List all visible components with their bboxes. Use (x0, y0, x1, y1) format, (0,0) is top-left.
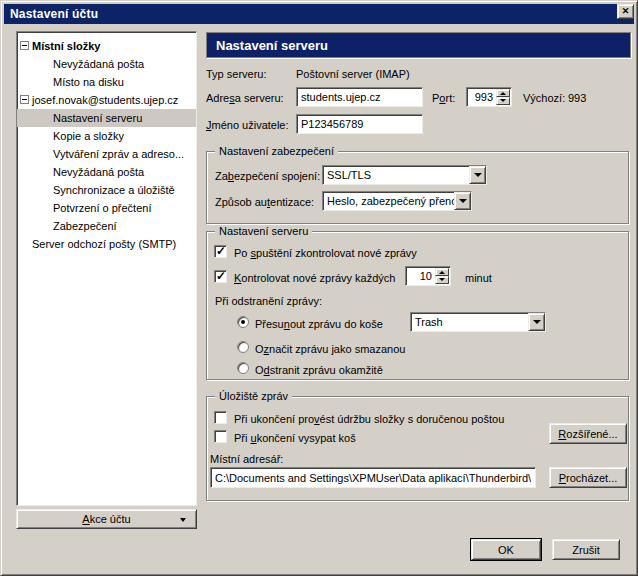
interval-spin-buttons (435, 268, 449, 284)
spinner-down-button[interactable] (496, 97, 510, 105)
tree-collapse-icon[interactable] (20, 95, 29, 104)
server-name-label: Adresa serveru: (206, 91, 284, 105)
check-on-startup-checkbox[interactable] (214, 245, 227, 258)
combo-arrow-button[interactable] (528, 313, 545, 331)
ok-button-label: OK (498, 544, 514, 556)
check-interval-checkbox[interactable] (214, 270, 227, 283)
server-settings-group: Nastavení serveru Po spuštění zkontrolov… (206, 231, 629, 380)
chevron-down-icon (459, 199, 467, 207)
tree-item[interactable]: josef.novak@students.ujep.cz (17, 91, 196, 109)
port-default-value: 993 (568, 91, 586, 105)
cleanup-inbox-label: Při ukončení provést údržbu složky s dor… (234, 412, 504, 426)
tree-item-label: Vytváření zpráv a adreso... (53, 148, 184, 160)
user-name-label: Jméno uživatele: (206, 118, 289, 132)
tree-item-label: Zabezpečení (53, 220, 117, 232)
tree-item-label: Místní složky (32, 40, 100, 52)
mark-deleted-label: Označit zprávu jako smazanou (255, 342, 405, 356)
tree-item-label: Synchronizace a úložiště (53, 184, 175, 196)
combo-arrow-button[interactable] (469, 166, 486, 184)
auth-method-select[interactable]: Heslo, zabezpečený přenos (322, 191, 472, 211)
spinner-down-icon (500, 99, 506, 105)
advanced-button[interactable]: Rozšířené... (549, 423, 627, 444)
tree-item[interactable]: Nevyžádaná pošta (17, 163, 196, 181)
server-group-title: Nastavení serveru (215, 225, 312, 238)
connection-security-value: SSL/TLS (323, 166, 469, 184)
security-settings-group: Nastavení zabezpečení Zabezpečení spojen… (206, 151, 629, 224)
check-interval-suffix: minut (465, 271, 492, 285)
dropdown-arrow-icon (180, 518, 186, 525)
tree-item[interactable]: Místo na disku (17, 73, 196, 91)
message-storage-group: Úložiště zpráv Při ukončení provést údrž… (206, 396, 629, 501)
server-name-input[interactable] (296, 87, 423, 107)
browse-button[interactable]: Procházet... (549, 467, 627, 488)
delete-immediately-label: Odstranit zprávu okamžitě (255, 363, 383, 377)
auth-method-value: Heslo, zabezpečený přenos (323, 192, 454, 210)
combo-arrow-button[interactable] (454, 192, 471, 210)
user-name-input[interactable] (296, 114, 423, 134)
tree-item-label: Kopie a složky (53, 130, 124, 142)
auth-method-label: Způsob autentizace: (215, 195, 314, 209)
panel-header: Nastavení serveru (206, 32, 631, 58)
chevron-down-icon (474, 173, 482, 181)
tree-item-label: josef.novak@students.ujep.cz (32, 94, 178, 106)
move-to-trash-label: Přesunout zprávu do koše (255, 317, 383, 331)
mark-deleted-radio[interactable] (237, 341, 249, 353)
port-spinner (466, 87, 512, 107)
window-title: Nastavení účtu (10, 7, 98, 21)
check-interval-spinner (405, 266, 451, 286)
move-to-trash-radio[interactable] (237, 316, 249, 328)
cancel-button-label: Zrušit (572, 544, 600, 556)
local-directory-input[interactable] (210, 467, 536, 488)
spinner-down-button[interactable] (435, 276, 449, 284)
tree-item[interactable]: Server odchozí pošty (SMTP) (17, 235, 196, 253)
trash-folder-select[interactable]: Trash (410, 312, 546, 332)
tree-item-label: Nevyžádaná pošta (53, 166, 144, 178)
ok-button[interactable]: OK (471, 539, 541, 560)
tree-item[interactable]: Potvrzení o přečtení (17, 199, 196, 217)
server-settings-panel: Nastavení serveru Typ serveru: Poštovní … (206, 1, 631, 576)
server-type-label: Typ serveru: (206, 67, 267, 81)
connection-security-label: Zabezpečení spojení: (215, 169, 320, 183)
spinner-up-icon (500, 89, 506, 95)
tree-item-label: Místo na disku (53, 76, 124, 88)
account-actions-button[interactable]: Akce účtu (16, 509, 197, 529)
tree-item[interactable]: Nevyžádaná pošta (17, 55, 196, 73)
check-on-startup-label: Po spuštění zkontrolovat nové zprávy (234, 246, 417, 260)
spinner-up-button[interactable] (496, 89, 510, 97)
tree-item-label: Nastavení serveru (53, 112, 142, 124)
connection-security-select[interactable]: SSL/TLS (322, 165, 487, 185)
cleanup-inbox-checkbox[interactable] (214, 411, 227, 424)
spinner-up-icon (439, 268, 445, 274)
tree-collapse-icon[interactable] (20, 41, 29, 50)
spinner-up-button[interactable] (435, 268, 449, 276)
empty-trash-checkbox[interactable] (214, 430, 227, 443)
cancel-button[interactable]: Zrušit (552, 539, 620, 560)
tree-item[interactable]: Synchronizace a úložiště (17, 181, 196, 199)
folder-tree[interactable]: Místní složkyNevyžádaná poštaMísto na di… (16, 31, 197, 506)
tree-item-label: Nevyžádaná pošta (53, 58, 144, 70)
check-interval-label: Kontrolovat nové zprávy každých (234, 271, 395, 285)
browse-button-label: Procházet... (559, 472, 618, 484)
tree-item-label: Potvrzení o přečtení (53, 202, 151, 214)
tree-item[interactable]: Místní složky (17, 37, 196, 55)
spinner-down-icon (439, 278, 445, 284)
account-settings-dialog: Nastavení účtu ✕ Místní složkyNevyžádaná… (0, 0, 638, 576)
tree-item[interactable]: Vytváření zpráv a adreso... (17, 145, 196, 163)
account-actions-label: Akce účtu (82, 513, 130, 525)
port-spin-buttons (496, 89, 510, 105)
delete-immediately-radio[interactable] (237, 362, 249, 374)
trash-folder-value: Trash (411, 313, 528, 331)
chevron-down-icon (533, 320, 541, 328)
advanced-button-label: Rozšířené... (558, 428, 617, 440)
port-default-label: Výchozí: (523, 91, 565, 105)
storage-group-title: Úložiště zpráv (215, 390, 292, 403)
security-group-title: Nastavení zabezpečení (215, 145, 338, 158)
tree-item[interactable]: Kopie a složky (17, 127, 196, 145)
tree-item[interactable]: Nastavení serveru (17, 109, 196, 127)
port-label: Port: (432, 91, 455, 105)
tree-item[interactable]: Zabezpečení (17, 217, 196, 235)
tree-item-label: Server odchozí pošty (SMTP) (32, 238, 176, 250)
empty-trash-label: Při ukončení vysypat koš (234, 431, 356, 445)
local-directory-label: Místní adresář: (210, 452, 283, 466)
server-type-value: Poštovní server (IMAP) (296, 67, 410, 81)
